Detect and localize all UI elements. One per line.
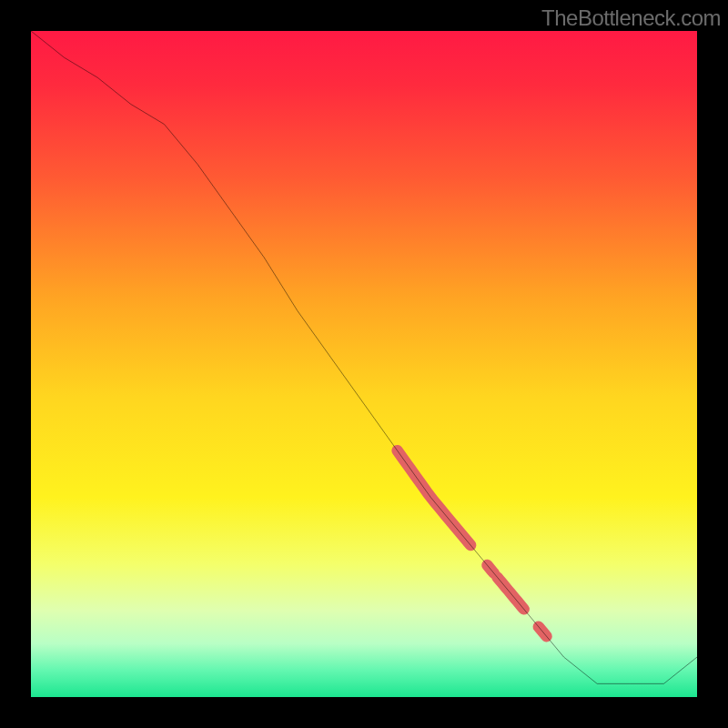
watermark-text: TheBottleneck.com [541,5,721,31]
chart-frame: { "watermark": "TheBottleneck.com", "cha… [0,0,728,728]
plot-area [31,31,697,697]
gradient-background [31,31,697,697]
